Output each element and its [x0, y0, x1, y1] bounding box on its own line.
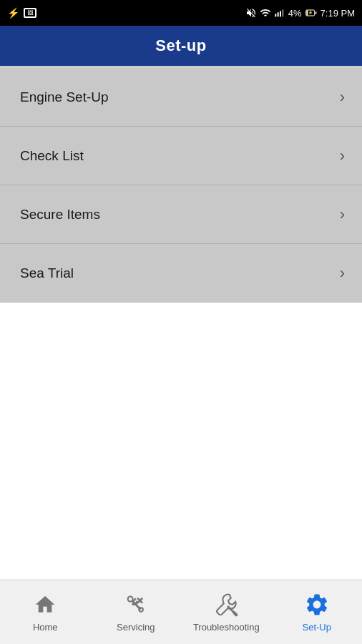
menu-item-check-list[interactable]: Check List › [0, 127, 362, 185]
svg-rect-3 [282, 9, 283, 16]
status-bar-right: 4% 7:19 PM [245, 7, 355, 19]
svg-rect-6 [315, 11, 316, 14]
sea-trial-label: Sea Trial [20, 265, 74, 281]
nav-item-home[interactable]: Home [0, 580, 91, 644]
battery-icon [305, 7, 318, 19]
image-icon: 🖼 [24, 8, 36, 18]
svg-rect-1 [277, 12, 278, 16]
secure-items-label: Secure Items [20, 207, 100, 223]
home-icon [32, 592, 58, 618]
chevron-icon-sea-trial: › [340, 264, 345, 283]
setup-icon [304, 592, 330, 618]
status-bar: ⚡ 🖼 4% 7:19 PM [0, 0, 362, 26]
nav-item-setup[interactable]: Set-Up [272, 580, 363, 644]
mute-icon [245, 7, 257, 19]
battery-percent: 4% [288, 8, 302, 19]
menu-item-secure-items[interactable]: Secure Items › [0, 185, 362, 244]
bottom-navigation: Home Servicing [0, 580, 362, 644]
setup-label: Set-Up [303, 622, 331, 633]
time: 7:19 PM [321, 8, 355, 19]
status-bar-left: ⚡ 🖼 [7, 7, 36, 19]
servicing-icon [123, 592, 149, 618]
page-title: Set-up [155, 36, 206, 55]
svg-rect-5 [306, 11, 308, 16]
menu-item-sea-trial[interactable]: Sea Trial › [0, 244, 362, 303]
troubleshooting-label: Troubleshooting [193, 622, 260, 633]
engine-setup-label: Engine Set-Up [20, 89, 109, 105]
signal-icon [274, 7, 285, 19]
chevron-icon-secure-items: › [340, 205, 345, 224]
servicing-label: Servicing [117, 622, 155, 633]
wifi-icon [260, 7, 271, 19]
app-header: Set-up [0, 26, 362, 66]
troubleshooting-icon [213, 592, 239, 618]
home-label: Home [33, 622, 58, 633]
nav-item-servicing[interactable]: Servicing [91, 580, 182, 644]
chevron-icon-check-list: › [340, 147, 345, 165]
svg-line-13 [235, 613, 237, 615]
svg-rect-2 [280, 11, 281, 16]
menu-list: Engine Set-Up › Check List › Secure Item… [0, 68, 362, 303]
chevron-icon-engine-setup: › [340, 88, 345, 107]
usb-icon: ⚡ [7, 7, 19, 19]
nav-item-troubleshooting[interactable]: Troubleshooting [181, 580, 272, 644]
check-list-label: Check List [20, 148, 84, 164]
content-area [0, 303, 362, 580]
svg-rect-0 [275, 14, 276, 16]
menu-item-engine-setup[interactable]: Engine Set-Up › [0, 68, 362, 127]
